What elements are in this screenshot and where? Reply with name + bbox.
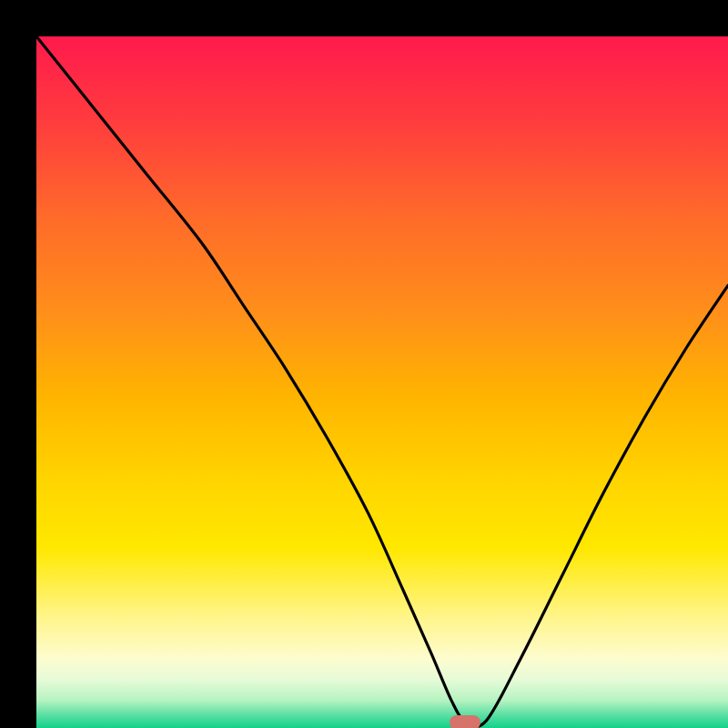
optimal-marker [450, 715, 480, 728]
curve-svg [36, 36, 728, 728]
bottleneck-curve [36, 36, 728, 726]
chart-frame [0, 0, 728, 728]
plot-area [36, 36, 728, 728]
